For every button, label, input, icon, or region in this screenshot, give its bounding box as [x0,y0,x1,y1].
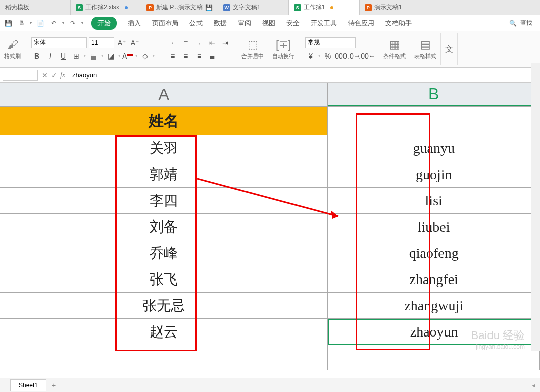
indent-left-icon[interactable]: ⇤ [207,37,218,48]
redo-icon[interactable]: ↷ [67,18,78,29]
ribbon: 🖌 格式刷 A⁺ A⁻ B I U ⊞▾ ▦▾ ◪▾ A▾ ◇▾ [0,31,540,68]
print-icon[interactable]: 🖶 [16,18,27,29]
column-header-b[interactable]: B [328,83,540,106]
cell-b7[interactable]: zhangfei [328,266,540,292]
dropdown-icon[interactable]: ▾ [30,21,32,25]
menu-data[interactable]: 数据 [214,19,227,28]
menu-review[interactable]: 审阅 [238,19,251,28]
number-format-select[interactable] [305,37,356,48]
font-size-select[interactable] [89,37,114,48]
dropdown-icon[interactable]: ▾ [62,21,64,25]
fx-icon[interactable]: fx [60,71,65,79]
cell-b1[interactable] [328,107,540,135]
accept-icon[interactable]: ✓ [51,71,57,79]
align-middle-icon[interactable]: ≡ [180,37,191,48]
menu-dev[interactable]: 开发工具 [311,19,337,28]
underline-button[interactable]: U [58,50,69,62]
increase-font-icon[interactable]: A⁺ [116,37,127,48]
column-header-a[interactable]: A [0,83,328,106]
modified-dot-icon [330,6,333,9]
currency-icon[interactable]: ¥ [305,50,316,62]
cell-a3[interactable]: 郭靖 [0,161,328,187]
ribbon-number-group: ¥▾ % 000 .0→ .00← [299,33,379,65]
cell-b3[interactable]: guojin [328,161,540,187]
dropdown-icon[interactable]: ▾ [81,21,83,25]
undo-icon[interactable]: ↶ [48,18,59,29]
xls-icon: S [76,4,83,11]
tab-workbook2[interactable]: S 工作簿2.xlsx [71,0,141,15]
sheet-tab-1[interactable]: Sheet1 [10,379,46,391]
tab-workbook1[interactable]: S 工作簿1 [289,0,360,15]
decrease-font-icon[interactable]: A⁻ [129,37,140,48]
increase-decimal-icon[interactable]: .0→ [349,50,360,62]
menu-formula[interactable]: 公式 [189,19,203,28]
tab-template[interactable]: 稻壳模板 [0,0,71,15]
add-sheet-button[interactable]: + [46,379,61,391]
tab-label: 文字文稿1 [233,3,261,12]
align-bottom-icon[interactable]: ⫟ [193,37,205,48]
cell-a7[interactable]: 张飞 [0,266,328,292]
doc-icon: W [223,4,230,11]
border-button[interactable]: ⊞ [71,50,82,62]
search-icon[interactable]: 🔍 [507,18,518,29]
percent-icon[interactable]: % [322,50,333,62]
tab-presentation1[interactable]: P 演示文稿1 [360,0,430,15]
cell-b8[interactable]: zhangwuji [328,293,540,318]
align-center-icon[interactable]: ≡ [180,50,191,62]
menu-special[interactable]: 特色应用 [348,19,374,28]
ribbon-text[interactable]: 文 [441,33,458,65]
cell-a10[interactable] [0,345,328,370]
cell-a2[interactable]: 关羽 [0,135,328,161]
bold-button[interactable]: B [31,50,42,62]
tab-label: 工作簿1 [304,3,325,12]
font-name-select[interactable] [31,37,87,48]
cell-a4[interactable]: 李四 [0,188,328,213]
menu-security[interactable]: 安全 [286,19,300,28]
scroll-hint-icon: ◂ [532,382,540,389]
name-box[interactable] [3,70,38,81]
more-border-button[interactable]: ▦ [88,50,99,62]
menu-helper[interactable]: 文档助手 [385,19,412,28]
italic-button[interactable]: I [44,50,56,62]
search-label[interactable]: 查找 [520,19,532,27]
cell-a8[interactable]: 张无忌 [0,293,328,318]
ribbon-wrap[interactable]: [∓] 自动换行 [268,33,299,65]
menu-view[interactable]: 视图 [262,19,275,28]
align-top-icon[interactable]: ⫠ [167,37,178,48]
font-color-button[interactable]: A [122,50,133,62]
align-left-icon[interactable]: ≡ [167,50,178,62]
preview-icon[interactable]: 📄 [35,18,46,29]
highlight-button[interactable]: ◇ [139,50,151,62]
fill-color-button[interactable]: ◪ [105,50,116,62]
cell-a9[interactable]: 赵云 [0,319,328,345]
menu-insert[interactable]: 插入 [128,19,141,28]
cell-a1[interactable]: 姓名 [0,107,328,135]
cell-b10[interactable] [328,345,540,370]
indent-right-icon[interactable]: ⇥ [220,37,231,48]
ribbon-format-painter[interactable]: 🖌 格式刷 [0,33,25,65]
decrease-decimal-icon[interactable]: .00← [362,50,373,62]
cell-a5[interactable]: 刘备 [0,214,328,240]
justify-icon[interactable]: ≣ [207,50,218,62]
cancel-icon[interactable]: ✕ [42,71,48,79]
tab-doc1[interactable]: W 文字文稿1 [218,0,289,15]
cell-b9[interactable]: zhaoyun [328,319,540,345]
menu-home[interactable]: 开始 [91,17,117,30]
formula-input[interactable] [69,70,537,81]
cell-b4[interactable]: lisi [328,188,540,213]
cell-a6[interactable]: 乔峰 [0,240,328,266]
tab-save-icon: 💾 [205,4,213,11]
thousands-icon[interactable]: 000 [335,50,347,62]
menu-layout[interactable]: 页面布局 [152,19,178,28]
right-side-panel[interactable] [531,63,540,351]
tab-presentation[interactable]: P 新建 P...演示文稿 💾 [141,0,218,15]
align-right-icon[interactable]: ≡ [193,50,205,62]
cell-b6[interactable]: qiaofeng [328,240,540,266]
paste-brush-icon: 🖌 [7,38,18,51]
save-icon[interactable]: 💾 [3,18,14,29]
cell-b5[interactable]: liubei [328,214,540,240]
ribbon-merge[interactable]: ⬚ 合并居中 [237,33,268,65]
ribbon-table-style[interactable]: ▤ 表格样式 [410,33,441,65]
cell-b2[interactable]: guanyu [328,135,540,161]
ribbon-cond-format[interactable]: ▦ 条件格式 [379,33,410,65]
